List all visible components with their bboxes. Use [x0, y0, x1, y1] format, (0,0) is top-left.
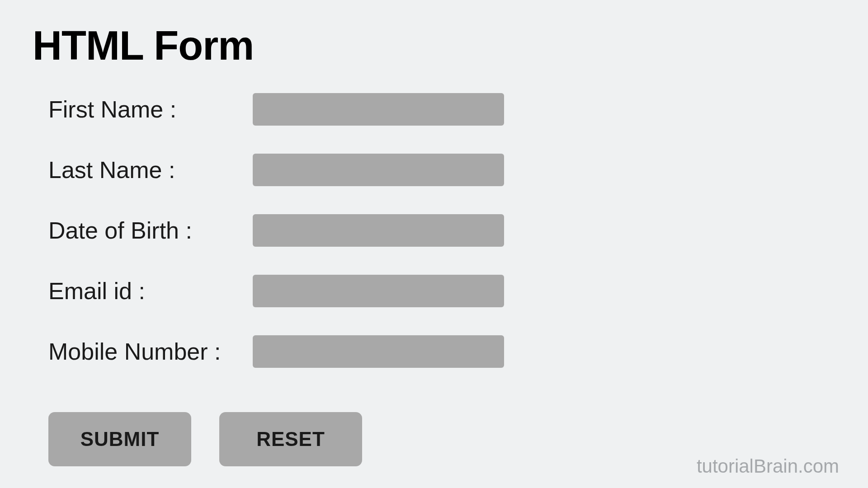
watermark: tutorialBrain.com	[697, 455, 839, 477]
form-row-mobile: Mobile Number :	[48, 335, 504, 368]
last-name-input[interactable]	[253, 154, 504, 186]
form-row-first-name: First Name :	[48, 93, 504, 126]
email-input[interactable]	[253, 275, 504, 307]
reset-button[interactable]: RESET	[219, 412, 362, 466]
first-name-label: First Name :	[48, 96, 253, 123]
submit-button[interactable]: SUBMIT	[48, 412, 191, 466]
button-row: SUBMIT RESET	[48, 412, 362, 466]
first-name-input[interactable]	[253, 93, 504, 126]
form-row-last-name: Last Name :	[48, 154, 504, 186]
page-title: HTML Form	[33, 23, 254, 69]
last-name-label: Last Name :	[48, 156, 253, 183]
mobile-input[interactable]	[253, 335, 504, 368]
email-label: Email id :	[48, 277, 253, 305]
form-row-dob: Date of Birth :	[48, 214, 504, 247]
dob-input[interactable]	[253, 214, 504, 247]
form-container: First Name : Last Name : Date of Birth :…	[48, 93, 504, 396]
mobile-label: Mobile Number :	[48, 338, 253, 365]
dob-label: Date of Birth :	[48, 217, 253, 244]
form-row-email: Email id :	[48, 275, 504, 307]
